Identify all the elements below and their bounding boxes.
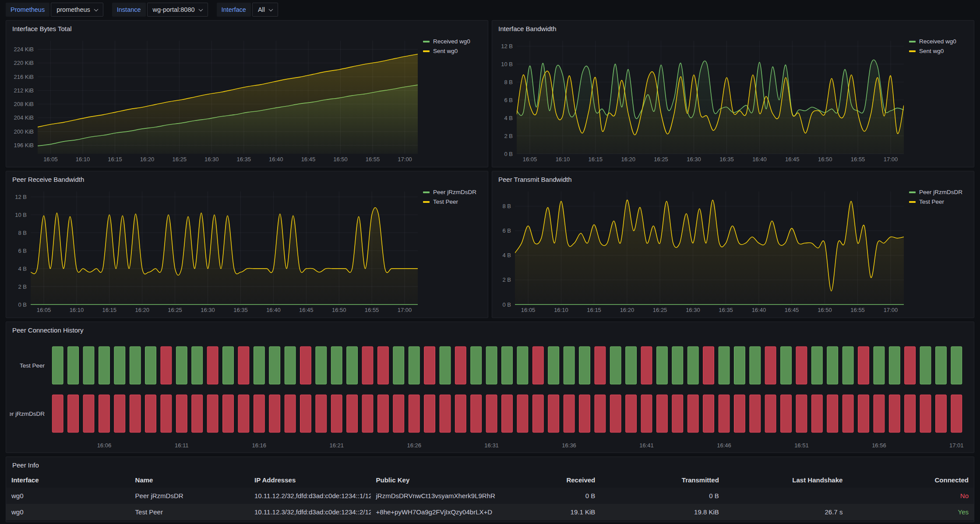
column-header-public-key[interactable]: Public Key	[371, 476, 499, 484]
svg-text:8 B: 8 B	[18, 230, 27, 236]
svg-text:Test Peer: Test Peer	[20, 362, 45, 369]
panel-title[interactable]: Interface Bandwidth	[492, 21, 974, 36]
chevron-down-icon	[94, 7, 98, 11]
legend-item[interactable]: Peer jRzmDsDR	[909, 189, 970, 195]
legend: Received wg0Sent wg0	[419, 36, 484, 164]
svg-text:6 B: 6 B	[504, 97, 513, 103]
svg-text:16:15: 16:15	[108, 156, 122, 163]
legend: Received wg0Sent wg0	[906, 36, 970, 164]
svg-text:10 B: 10 B	[501, 61, 513, 67]
series-color-swatch	[423, 41, 430, 42]
svg-text:16:20: 16:20	[621, 156, 635, 163]
panel-title[interactable]: Peer Info	[6, 457, 974, 473]
column-header-name[interactable]: Name	[130, 476, 249, 484]
svg-text:17:00: 17:00	[398, 156, 412, 163]
svg-text:16:10: 16:10	[70, 307, 84, 313]
svg-text:16:26: 16:26	[407, 442, 421, 449]
svg-text:16:10: 16:10	[556, 156, 570, 163]
table-cell-transmitted: 19.8 KiB	[600, 508, 724, 516]
svg-text:16:45: 16:45	[785, 156, 800, 163]
svg-text:220 KiB: 220 KiB	[14, 60, 34, 66]
svg-text:12 B: 12 B	[501, 43, 513, 50]
svg-text:17:00: 17:00	[884, 307, 898, 313]
svg-text:16:35: 16:35	[719, 156, 734, 163]
panel-peer-info: Peer Info InterfaceNameIP AddressesPubli…	[6, 457, 974, 522]
variable-prometheus: Prometheus prometheus	[6, 3, 103, 17]
time-series-canvas[interactable]: 0 B2 B4 B6 B8 B16:0516:1016:1516:2016:25…	[496, 187, 906, 315]
table-cell-name: Peer jRzmDsDR	[130, 492, 249, 499]
legend-item[interactable]: Test Peer	[909, 198, 970, 205]
series-color-swatch	[909, 41, 916, 42]
table-cell-connected: No	[848, 492, 974, 499]
svg-text:16:25: 16:25	[168, 307, 182, 313]
svg-text:16:56: 16:56	[872, 442, 886, 449]
svg-text:16:50: 16:50	[333, 156, 348, 163]
variable-interface: Interface All	[217, 3, 278, 17]
svg-text:16:05: 16:05	[37, 307, 51, 313]
legend-label: Test Peer	[919, 198, 944, 205]
series-color-swatch	[423, 201, 430, 203]
legend-item[interactable]: Sent wg0	[909, 48, 970, 54]
column-header-last-handshake[interactable]: Last Handshake	[724, 476, 848, 484]
panel-row-1: Interface Bytes Total 196 KiB200 KiB204 …	[6, 20, 974, 167]
svg-text:212 KiB: 212 KiB	[14, 87, 34, 94]
legend-item[interactable]: Sent wg0	[423, 48, 484, 54]
table-row: wg0Test Peer10.11.12.3/32,fdfd:d3ad:c0de…	[6, 504, 974, 520]
variable-dropdown-instance[interactable]: wg-portal:8080	[147, 3, 208, 17]
series-color-swatch	[423, 50, 430, 52]
legend-item[interactable]: Received wg0	[423, 38, 484, 45]
panel-title[interactable]: Peer Transmit Bandwidth	[492, 171, 974, 187]
time-series-canvas[interactable]: 0 B2 B4 B6 B8 B10 B12 B16:0516:1016:1516…	[10, 187, 419, 315]
variable-value: wg-portal:8080	[153, 6, 195, 13]
series-color-swatch	[423, 191, 430, 193]
panel-title[interactable]: Peer Receive Bandwidth	[6, 171, 488, 187]
variable-dropdown-prometheus[interactable]: prometheus	[51, 3, 103, 17]
legend-item[interactable]: Peer jRzmDsDR	[423, 189, 484, 195]
svg-text:16:30: 16:30	[204, 156, 219, 163]
grafana-dashboard: Prometheus prometheus Instance wg-portal…	[0, 0, 980, 524]
svg-text:16:45: 16:45	[301, 156, 316, 163]
svg-text:16:45: 16:45	[785, 307, 799, 313]
svg-text:16:35: 16:35	[237, 156, 251, 163]
panel-row-4: Peer Info InterfaceNameIP AddressesPubli…	[6, 457, 974, 522]
variable-value: All	[258, 6, 265, 13]
svg-text:16:10: 16:10	[554, 307, 568, 313]
time-series-canvas[interactable]: 0 B2 B4 B6 B8 B10 B12 B16:0516:1016:1516…	[496, 36, 906, 164]
legend-item[interactable]: Test Peer	[423, 198, 484, 205]
table-cell-interface: wg0	[6, 492, 130, 499]
column-header-received[interactable]: Received	[499, 476, 600, 484]
legend-label: Sent wg0	[433, 48, 458, 54]
legend-label: Peer jRzmDsDR	[433, 189, 476, 195]
variables-bar: Prometheus prometheus Instance wg-portal…	[6, 3, 974, 17]
svg-text:16:05: 16:05	[521, 307, 536, 313]
table-cell-ip-addresses: 10.11.12.3/32,fdfd:d3ad:c0de:1234::2/128	[249, 508, 371, 516]
table-cell-public-key: jRzmDsDRVnwCt13vsyamXherk9L9RhR	[371, 492, 499, 499]
status-history-canvas[interactable]: Test PeerPeer jRzmDsDR16:0616:1116:1616:…	[10, 338, 970, 451]
time-series-canvas[interactable]: 196 KiB200 KiB204 KiB208 KiB212 KiB216 K…	[10, 36, 419, 164]
svg-text:16:40: 16:40	[269, 156, 283, 163]
column-header-ip-addresses[interactable]: IP Addresses	[249, 476, 371, 484]
svg-text:16:11: 16:11	[175, 442, 189, 449]
svg-text:4 B: 4 B	[504, 115, 513, 121]
legend-label: Test Peer	[433, 198, 458, 205]
panel-title[interactable]: Interface Bytes Total	[6, 21, 488, 36]
series-color-swatch	[909, 191, 916, 193]
svg-text:16:15: 16:15	[102, 307, 117, 313]
variable-dropdown-interface[interactable]: All	[252, 3, 278, 17]
panel-row-2: Peer Receive Bandwidth 0 B2 B4 B6 B8 B10…	[6, 171, 974, 318]
column-header-interface[interactable]: Interface	[6, 476, 130, 484]
svg-text:16:25: 16:25	[654, 156, 668, 163]
svg-text:16:30: 16:30	[201, 307, 215, 313]
legend-label: Sent wg0	[919, 48, 944, 54]
column-header-connected[interactable]: Connected	[848, 476, 974, 484]
column-header-transmitted[interactable]: Transmitted	[600, 476, 724, 484]
legend-item[interactable]: Received wg0	[909, 38, 970, 45]
table-cell-ip-addresses: 10.11.12.2/32,fdfd:d3ad:c0de:1234::1/128	[249, 492, 371, 499]
svg-text:16:40: 16:40	[752, 307, 766, 313]
series-color-swatch	[909, 50, 916, 52]
svg-text:208 KiB: 208 KiB	[14, 101, 34, 107]
svg-text:2 B: 2 B	[502, 276, 511, 283]
variable-label-interface: Interface	[217, 3, 251, 17]
panel-row-3: Peer Connection History Test PeerPeer jR…	[6, 322, 974, 453]
panel-title[interactable]: Peer Connection History	[6, 322, 974, 338]
